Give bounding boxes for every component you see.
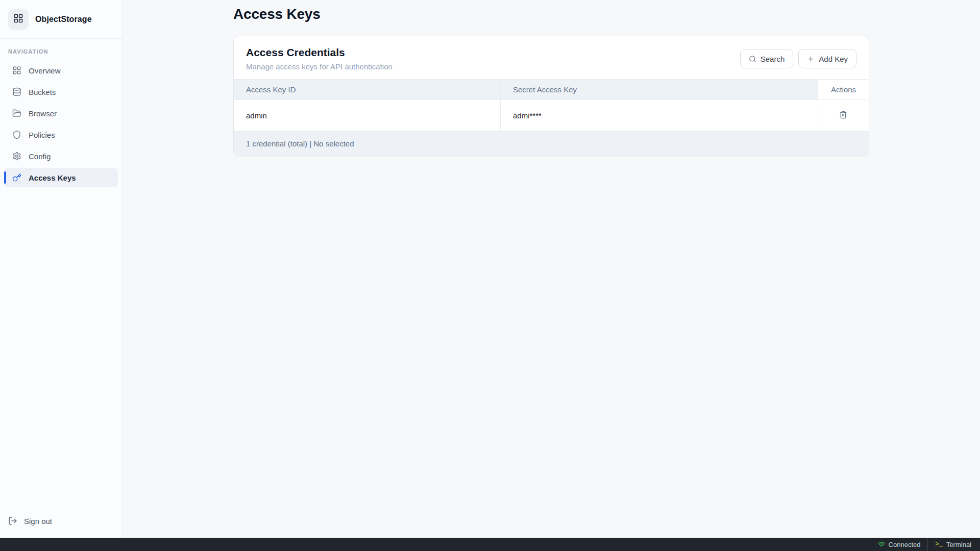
sidebar-item-browser[interactable]: Browser (4, 104, 118, 123)
sidebar-item-label: Overview (29, 66, 61, 75)
sidebar: ObjectStorage NAVIGATION Overview Bucket… (0, 0, 122, 538)
column-header-secret-access-key: Secret Access Key (500, 80, 818, 100)
card-header: Access Credentials Manage access keys fo… (234, 36, 869, 79)
table-footer-status: 1 credential (total) | No selected (234, 132, 869, 156)
column-header-access-key-id: Access Key ID (234, 80, 500, 100)
table-header-row: Access Key ID Secret Access Key Actions (234, 80, 869, 100)
trash-icon (839, 111, 847, 120)
key-icon (12, 173, 21, 182)
sidebar-item-policies[interactable]: Policies (4, 125, 118, 144)
card-title: Access Credentials (246, 46, 393, 59)
app-root: ObjectStorage NAVIGATION Overview Bucket… (0, 0, 980, 538)
sidebar-item-label: Buckets (29, 88, 56, 96)
table-row[interactable]: admin admi**** (234, 100, 869, 132)
shield-icon (12, 130, 21, 139)
sidebar-header: ObjectStorage (0, 0, 122, 39)
gear-icon (12, 152, 21, 161)
nav-section-label: NAVIGATION (8, 48, 114, 55)
add-key-button[interactable]: Add Key (798, 49, 856, 68)
access-keys-table: Access Key ID Secret Access Key Actions … (234, 79, 869, 132)
secret-access-key-cell: admi**** (500, 100, 818, 132)
plus-icon (807, 55, 815, 63)
sidebar-item-access-keys[interactable]: Access Keys (4, 168, 118, 187)
terminal-prompt-icon: >_ (935, 541, 942, 548)
access-credentials-card: Access Credentials Manage access keys fo… (233, 36, 869, 156)
sidebar-item-label: Config (29, 152, 51, 161)
grid-icon (12, 66, 21, 75)
logout-icon (8, 516, 17, 525)
sidebar-item-label: Browser (29, 109, 57, 118)
delete-key-button[interactable] (836, 108, 850, 123)
page-title: Access Keys (233, 6, 869, 22)
folder-open-icon (12, 109, 21, 118)
card-heading-group: Access Credentials Manage access keys fo… (246, 46, 393, 71)
sign-out-button[interactable]: Sign out (0, 507, 122, 538)
card-actions: Search Add Key (740, 49, 856, 68)
actions-cell (818, 100, 869, 132)
main-content: Access Keys Access Credentials Manage ac… (122, 0, 980, 538)
terminal-button[interactable]: >_ Terminal (927, 538, 980, 551)
sidebar-item-config[interactable]: Config (4, 146, 118, 166)
status-bar: Connected >_ Terminal (0, 538, 980, 551)
card-subtitle: Manage access keys for API authenticatio… (246, 62, 393, 71)
sidebar-item-overview[interactable]: Overview (4, 61, 118, 80)
connection-status-label: Connected (889, 541, 921, 548)
search-button[interactable]: Search (740, 49, 794, 68)
connection-status: Connected (871, 538, 928, 551)
grid-icon (13, 13, 23, 26)
wifi-icon (878, 541, 885, 548)
app-title: ObjectStorage (35, 15, 92, 24)
sidebar-item-buckets[interactable]: Buckets (4, 82, 118, 102)
terminal-label: Terminal (946, 541, 971, 548)
database-icon (12, 87, 21, 96)
app-logo (8, 9, 29, 30)
add-key-button-label: Add Key (819, 55, 848, 63)
column-header-actions: Actions (818, 80, 869, 100)
sidebar-item-label: Access Keys (29, 173, 76, 182)
search-icon (749, 55, 756, 63)
access-key-id-cell: admin (234, 100, 500, 132)
sidebar-nav: Overview Buckets Browser Policies (0, 60, 122, 188)
search-button-label: Search (761, 55, 785, 63)
sign-out-label: Sign out (24, 517, 52, 525)
sidebar-item-label: Policies (29, 131, 55, 139)
